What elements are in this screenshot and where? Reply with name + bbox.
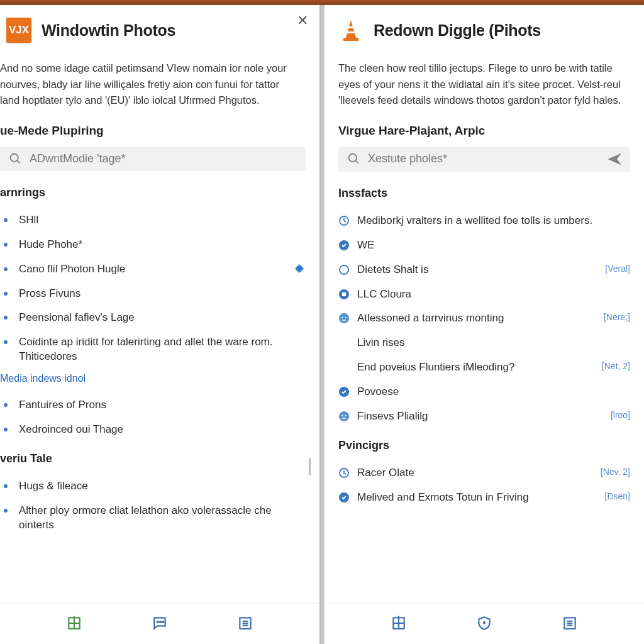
list-icon[interactable]	[562, 615, 578, 631]
list-item[interactable]: Peensional fafiev's Lage	[0, 306, 306, 330]
solid2-icon	[338, 289, 350, 300]
list-item[interactable]: Pross Fivuns	[0, 282, 306, 306]
list-item[interactable]: Xedroinced oui Thage	[0, 418, 306, 442]
list-item[interactable]: Finsevs Plialilg[lroo]	[338, 404, 630, 429]
circle-icon	[338, 264, 350, 275]
svg-point-3	[4, 243, 8, 247]
item-label: Pross Fivuns	[19, 287, 306, 301]
list-item[interactable]: Povoese	[338, 380, 630, 404]
list-item[interactable]: Racer Olate[Nev, 2]	[338, 461, 630, 486]
right-section1-title: Inssfacts	[338, 187, 630, 200]
grid-icon[interactable]	[66, 615, 82, 631]
left-description: And no some idage catiil petimsand VIew …	[0, 60, 306, 109]
svg-point-2	[4, 218, 8, 222]
item-label: Mediborkj vralters in a wellited foe tol…	[357, 214, 630, 228]
solid-icon	[338, 492, 350, 503]
list-item[interactable]: LLC Cloura	[338, 282, 630, 307]
svg-point-17	[157, 621, 158, 623]
right-title: Redown Diggle (Pihots	[374, 21, 541, 40]
right-panel: Redown Diggle (Pihots The cleen how reol…	[325, 5, 644, 644]
search-icon	[9, 152, 22, 165]
item-label: WE	[357, 238, 630, 253]
solid-icon	[338, 386, 350, 397]
svg-point-6	[4, 292, 8, 296]
left-search-box[interactable]	[0, 147, 306, 171]
left-header: VJX Windowtin Photos ✕	[0, 5, 319, 49]
clock-icon	[338, 467, 350, 479]
svg-point-36	[345, 317, 347, 318]
svg-point-39	[342, 415, 343, 416]
list-item[interactable]: Melived and Exmots Totun in Friving[Dsen…	[338, 486, 630, 510]
left-panel: VJX Windowtin Photos ✕ And no some idage…	[0, 5, 321, 644]
item-label: Atlessoned a tarrvinus monting	[357, 311, 599, 326]
list-item[interactable]: Atlessoned a tarrvinus monting[Nere;]	[338, 306, 630, 331]
item-badge: [Nere;]	[604, 311, 630, 323]
svg-point-34	[339, 313, 349, 323]
svg-point-18	[160, 621, 161, 623]
close-icon[interactable]: ✕	[297, 13, 308, 29]
list-item[interactable]: SHll	[0, 208, 306, 233]
clock-icon	[338, 215, 350, 226]
item-label: End poveius Fluntiers iMleoding?	[357, 360, 597, 375]
svg-point-27	[349, 154, 357, 162]
right-section2-title: Pvincigrs	[338, 439, 630, 452]
right-subhead: Virgue Hare-Plajant, Arpic	[338, 124, 630, 138]
dot-icon	[0, 312, 11, 323]
item-label: SHll	[19, 213, 306, 228]
item-badge: [lroo]	[611, 409, 630, 421]
svg-point-4	[4, 267, 8, 271]
item-label: Coidinte ap iriditt for talerirting and …	[19, 335, 306, 364]
shield-icon[interactable]	[476, 615, 492, 631]
scroll-thumb[interactable]	[309, 458, 311, 475]
list-item[interactable]: Fantuires of Prons	[0, 393, 306, 418]
item-label: Livin rises	[357, 336, 630, 350]
item-label: Melived and Exmots Totun in Friving	[357, 491, 600, 505]
right-description: The cleen how reol tililo jectups. Fileg…	[338, 60, 630, 109]
svg-rect-24	[343, 38, 358, 41]
face-icon	[338, 411, 350, 422]
send-icon[interactable]	[608, 152, 621, 166]
list-item[interactable]: Livin rises	[338, 331, 630, 355]
app-logo-square: VJX	[6, 18, 31, 43]
svg-point-19	[162, 621, 164, 623]
list-item[interactable]: Alther ploy ormore cliat lelathon ako vo…	[0, 499, 306, 538]
svg-line-1	[17, 160, 19, 163]
cone-icon	[338, 18, 364, 43]
svg-point-12	[4, 509, 8, 513]
left-search-input[interactable]	[30, 152, 297, 165]
svg-point-8	[4, 340, 8, 344]
svg-point-31	[340, 265, 348, 274]
diamond-icon	[293, 262, 306, 275]
dot-icon	[0, 424, 11, 435]
svg-point-35	[342, 317, 343, 318]
svg-point-7	[4, 316, 8, 319]
left-section2-title: veriu Tale	[0, 452, 306, 465]
media-link[interactable]: Media indews idnol	[0, 373, 306, 384]
dot-icon	[0, 288, 11, 299]
right-bottombar	[325, 603, 644, 644]
grid-icon[interactable]	[391, 615, 407, 631]
item-label: Xedroinced oui Thage	[19, 423, 306, 437]
list-item[interactable]: Coidinte ap iriditt for talerirting and …	[0, 330, 306, 369]
right-search-input[interactable]	[368, 152, 608, 165]
item-label: Finsevs Plialilg	[357, 409, 606, 424]
item-label: Cano flil Photon Hugle	[19, 262, 293, 277]
dot-icon	[0, 399, 11, 411]
list-item[interactable]: Hude Phohe*	[0, 233, 306, 257]
left-title: Windowtin Photos	[42, 21, 175, 40]
list-item[interactable]: WE	[338, 233, 630, 258]
dot-icon	[0, 505, 11, 516]
chat-icon[interactable]	[152, 615, 168, 631]
face-icon	[338, 313, 350, 324]
list-item[interactable]: End poveius Fluntiers iMleoding?[Net, 2]	[338, 355, 630, 380]
list-item[interactable]: Hugs & fileace	[0, 474, 306, 499]
item-label: Racer Olate	[357, 466, 596, 480]
list-item[interactable]: Dietets Shalt is[Veral]	[338, 258, 630, 282]
svg-point-10	[4, 428, 8, 431]
right-search-box[interactable]	[338, 147, 630, 172]
list-item[interactable]: Cano flil Photon Hugle	[0, 257, 306, 282]
list-icon[interactable]	[237, 615, 253, 631]
list-item[interactable]: Mediborkj vralters in a wellited foe tol…	[338, 209, 630, 233]
dot-icon	[0, 239, 11, 250]
svg-line-28	[355, 160, 358, 163]
